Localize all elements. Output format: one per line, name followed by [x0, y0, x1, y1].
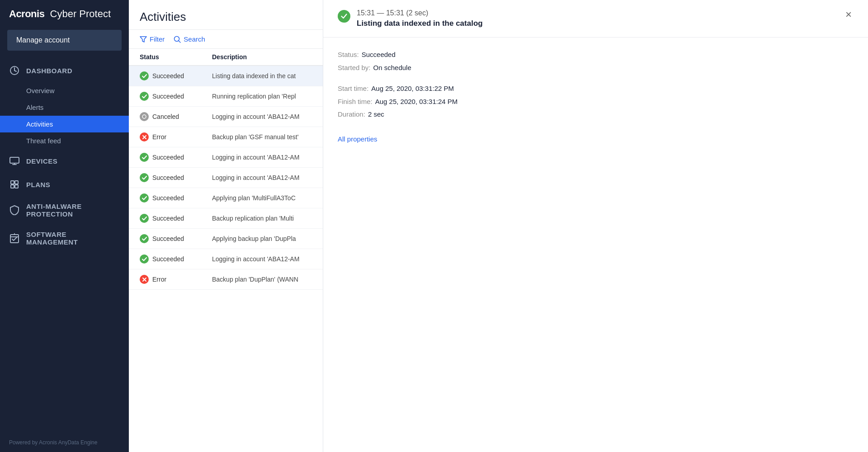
dashboard-icon [9, 65, 20, 76]
sidebar-item-plans[interactable]: PLANS [0, 173, 129, 196]
table-row[interactable]: CanceledLogging in account 'ABA12-AM [129, 107, 323, 127]
table-header: Status Description [129, 49, 323, 66]
svg-point-8 [142, 115, 146, 118]
description-cell: Listing data indexed in the cat [212, 72, 312, 80]
svg-rect-2 [11, 181, 14, 184]
start-time-field: Start time: Aug 25, 2020, 03:31:22 PM [338, 82, 854, 95]
status-label: Status: [338, 48, 359, 61]
description-cell: Applying plan 'MultiFullA3ToC [212, 194, 312, 202]
status-label: Succeeded [152, 174, 184, 181]
status-label: Error [152, 133, 166, 141]
logo-acronis: Acronis [9, 8, 44, 20]
status-cell: Canceled [140, 112, 212, 121]
finish-time-field: Finish time: Aug 25, 2020, 03:31:24 PM [338, 95, 854, 108]
started-by-value: On schedule [373, 61, 411, 75]
table-row[interactable]: SucceededListing data indexed in the cat [129, 66, 323, 86]
status-cell: Succeeded [140, 193, 212, 202]
detail-header-left: 15:31 — 15:31 (2 sec) Listing data index… [338, 9, 483, 37]
col-status-header: Status [140, 53, 212, 61]
detail-title-block: 15:31 — 15:31 (2 sec) Listing data index… [357, 9, 483, 28]
status-label: Succeeded [152, 154, 184, 161]
sidebar-item-anti-malware[interactable]: ANTI-MALWARE PROTECTION [0, 196, 129, 224]
started-by-field: Started by: On schedule [338, 61, 854, 75]
detail-success-icon [338, 10, 350, 23]
status-label: Error [152, 276, 166, 283]
table-row[interactable]: SucceededLogging in account 'ABA12-AM [129, 147, 323, 168]
table-row[interactable]: SucceededApplying backup plan 'DupPla [129, 229, 323, 249]
success-status-icon [140, 71, 149, 80]
sidebar-footer: Powered by Acronis AnyData Engine [0, 433, 129, 452]
table-row[interactable]: SucceededBackup replication plan 'Multi [129, 208, 323, 229]
col-description-header: Description [212, 53, 312, 61]
status-label: Succeeded [152, 194, 184, 202]
status-cell: Succeeded [140, 234, 212, 243]
description-cell: Running replication plan 'Repl [212, 93, 312, 100]
close-button[interactable]: × [844, 9, 854, 20]
error-status-icon [140, 132, 149, 141]
sidebar-item-threat-feed[interactable]: Threat feed [0, 132, 129, 149]
sidebar-item-activities[interactable]: Activities [0, 116, 129, 132]
status-label: Succeeded [152, 235, 184, 242]
status-label: Succeeded [152, 72, 184, 80]
detail-panel: 15:31 — 15:31 (2 sec) Listing data index… [323, 0, 868, 452]
logo-cyber-protect: Cyber Protect [47, 8, 111, 20]
table-row[interactable]: SucceededApplying plan 'MultiFullA3ToC [129, 188, 323, 208]
devices-icon [9, 155, 20, 166]
nav-section: DASHBOARD Overview Alerts Activities Thr… [0, 59, 129, 252]
plans-icon [9, 179, 20, 190]
detail-body: Status: Succeeded Started by: On schedul… [323, 38, 868, 156]
svg-rect-6 [10, 235, 19, 243]
sidebar-item-dashboard[interactable]: DASHBOARD [0, 59, 129, 82]
error-status-icon [140, 275, 149, 284]
status-cell: Succeeded [140, 71, 212, 80]
table-row[interactable]: ErrorBackup plan 'DupPlan' (WANN [129, 269, 323, 290]
description-cell: Logging in account 'ABA12-AM [212, 154, 312, 161]
table-row[interactable]: SucceededLogging in account 'ABA12-AM [129, 249, 323, 269]
sidebar-item-software-management[interactable]: SOFTWARE MANAGEMENT [0, 224, 129, 252]
sidebar-item-anti-malware-label: ANTI-MALWARE PROTECTION [26, 202, 120, 218]
manage-account-button[interactable]: Manage account [7, 30, 122, 51]
shield-icon [9, 205, 20, 216]
table-row[interactable]: SucceededLogging in account 'ABA12-AM [129, 168, 323, 188]
search-icon [174, 36, 181, 43]
description-cell: Backup replication plan 'Multi [212, 215, 312, 222]
status-cell: Succeeded [140, 214, 212, 223]
detail-divider [338, 74, 854, 82]
status-label: Succeeded [152, 93, 184, 100]
success-status-icon [140, 92, 149, 101]
duration-label: Duration: [338, 108, 365, 121]
activities-list: SucceededListing data indexed in the cat… [129, 66, 323, 452]
filter-button[interactable]: Filter [140, 35, 165, 43]
description-cell: Backup plan 'DupPlan' (WANN [212, 276, 312, 283]
start-time-value: Aug 25, 2020, 03:31:22 PM [371, 82, 454, 95]
description-cell: Logging in account 'ABA12-AM [212, 113, 312, 120]
detail-header: 15:31 — 15:31 (2 sec) Listing data index… [323, 0, 868, 38]
sidebar-item-devices-label: DEVICES [26, 157, 57, 165]
status-cell: Succeeded [140, 153, 212, 162]
success-status-icon [140, 254, 149, 264]
table-row[interactable]: SucceededRunning replication plan 'Repl [129, 86, 323, 107]
started-by-label: Started by: [338, 61, 371, 75]
success-status-icon [140, 193, 149, 202]
start-time-label: Start time: [338, 82, 368, 95]
sidebar-item-devices[interactable]: DEVICES [0, 149, 129, 173]
filter-icon [140, 36, 147, 42]
finish-time-label: Finish time: [338, 95, 373, 108]
software-icon [9, 233, 20, 244]
all-properties-link[interactable]: All properties [338, 133, 377, 146]
search-button[interactable]: Search [174, 35, 205, 43]
table-row[interactable]: ErrorBackup plan 'GSF manual test' [129, 127, 323, 147]
description-cell: Logging in account 'ABA12-AM [212, 255, 312, 263]
description-cell: Applying backup plan 'DupPla [212, 235, 312, 242]
sidebar-item-alerts[interactable]: Alerts [0, 99, 129, 116]
sidebar-item-overview[interactable]: Overview [0, 82, 129, 99]
description-cell: Backup plan 'GSF manual test' [212, 133, 312, 141]
success-status-icon [140, 153, 149, 162]
detail-activity-title: Listing data indexed in the catalog [357, 19, 483, 28]
activities-title: Activities [129, 0, 323, 30]
detail-time: 15:31 — 15:31 (2 sec) [357, 9, 483, 17]
svg-rect-5 [15, 185, 18, 188]
sidebar-item-software-label: SOFTWARE MANAGEMENT [26, 231, 120, 246]
status-cell: Error [140, 132, 212, 141]
sidebar-item-plans-label: PLANS [26, 181, 50, 188]
